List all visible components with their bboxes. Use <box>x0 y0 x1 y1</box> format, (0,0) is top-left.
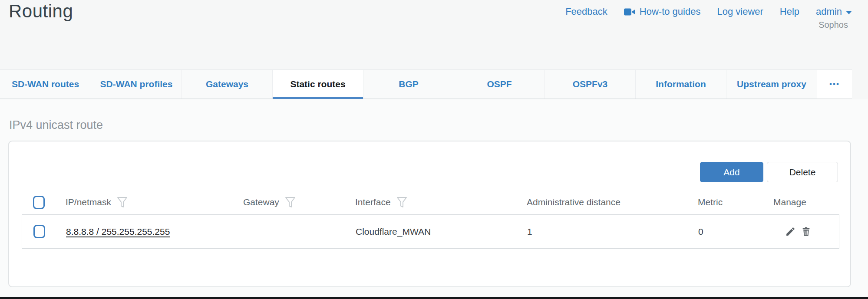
brand-label: Sophos <box>818 20 848 30</box>
tab-static-routes[interactable]: Static routes <box>272 70 363 99</box>
tab-label: Gateways <box>206 79 248 89</box>
tab-label: OSPF <box>487 79 512 89</box>
column-header-manage: Manage <box>773 197 806 207</box>
column-header-metric: Metric <box>698 197 723 207</box>
tabbar: SD-WAN routesSD-WAN profilesGatewaysStat… <box>0 69 852 99</box>
topnav-label: Feedback <box>565 6 607 17</box>
add-button[interactable]: Add <box>700 162 763 182</box>
section-heading: IPv4 unicast route <box>9 118 103 132</box>
row-checkbox[interactable] <box>33 225 45 238</box>
topnav-label: admin <box>816 6 842 17</box>
delete-button[interactable]: Delete <box>767 162 838 182</box>
cell-metric: 0 <box>698 227 774 237</box>
tab-bgp[interactable]: BGP <box>363 70 454 99</box>
topnav-label: Log viewer <box>717 6 763 17</box>
routes-panel: Add Delete IP/netmask Gateway Interface … <box>8 141 851 287</box>
column-header-ip-netmask: IP/netmask <box>66 197 111 207</box>
delete-trash-icon[interactable] <box>801 226 812 237</box>
page-title: Routing <box>9 1 73 22</box>
topnav-item-log-viewer[interactable]: Log viewer <box>717 6 763 17</box>
cell-manage <box>774 226 839 237</box>
bottom-edge-bar <box>0 297 868 299</box>
tab-upstream-proxy[interactable]: Upstream proxy <box>726 70 817 99</box>
tab-sd-wan-profiles[interactable]: SD-WAN profiles <box>91 70 182 99</box>
tabs-overflow-button[interactable]: ••• <box>817 70 852 99</box>
filter-icon[interactable] <box>396 197 407 208</box>
route-ip-link[interactable]: 8.8.8.8 / 255.255.255.255 <box>66 227 170 237</box>
tab-label: Static routes <box>290 79 345 89</box>
videocam-icon <box>624 8 636 16</box>
tab-label: SD-WAN profiles <box>100 79 173 89</box>
filter-icon[interactable] <box>117 197 128 208</box>
filter-icon[interactable] <box>285 197 296 208</box>
tab-gateways[interactable]: Gateways <box>182 70 272 99</box>
caret-down-icon <box>846 11 852 14</box>
cell-interface: Cloudflare_MWAN <box>356 227 527 237</box>
topnav-label: How-to guides <box>640 6 701 17</box>
topnav-item-admin[interactable]: admin <box>816 6 852 17</box>
topnav-item-how-to-guides[interactable]: How-to guides <box>624 6 701 17</box>
tab-ospf[interactable]: OSPF <box>454 70 545 99</box>
page-header: Routing Feedback How-to guidesLog viewer… <box>0 0 868 69</box>
tab-label: BGP <box>399 79 419 89</box>
tab-ospfv3[interactable]: OSPFv3 <box>545 70 635 99</box>
tab-label: Upstream proxy <box>737 79 806 89</box>
utility-nav: Feedback How-to guidesLog viewerHelpadmi… <box>565 6 852 17</box>
tab-label: Information <box>656 79 706 89</box>
column-header-admin-distance: Administrative distance <box>527 197 620 207</box>
topnav-label: Help <box>780 6 799 17</box>
edit-icon[interactable] <box>785 226 796 237</box>
tab-label: SD-WAN routes <box>12 79 79 89</box>
topnav-item-feedback[interactable]: Feedback <box>565 6 607 17</box>
tab-label: OSPFv3 <box>573 79 608 89</box>
column-header-gateway: Gateway <box>243 197 279 207</box>
content-area: IPv4 unicast route Add Delete IP/netmask… <box>0 99 868 299</box>
column-header-interface: Interface <box>355 197 391 207</box>
select-all-checkbox[interactable] <box>33 196 45 209</box>
table-row: 8.8.8.8 / 255.255.255.255 Cloudflare_MWA… <box>22 214 839 249</box>
cell-admin-distance: 1 <box>527 227 698 237</box>
tab-information[interactable]: Information <box>635 70 726 99</box>
topnav-item-help[interactable]: Help <box>780 6 799 17</box>
tab-sd-wan-routes[interactable]: SD-WAN routes <box>0 70 91 99</box>
table-header: IP/netmask Gateway Interface Administrat… <box>22 190 839 214</box>
